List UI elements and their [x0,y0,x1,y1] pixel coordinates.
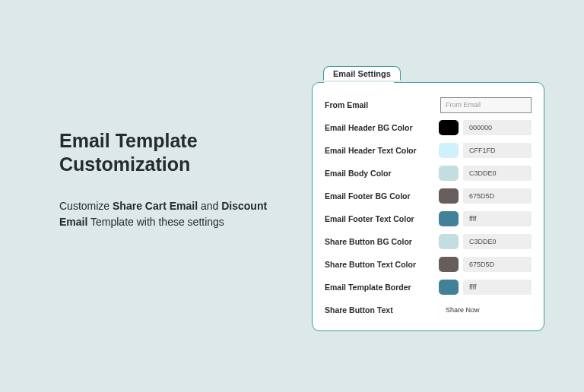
label-header-text: Email Header Text Color [325,146,439,155]
row-footer-bg: Email Footer BG Color 675D5D [325,186,532,206]
row-from-email: From Email [325,95,532,115]
value-footer-text[interactable]: ffff [463,211,532,226]
row-border: Email Template Border ffff [325,277,532,297]
row-footer-text: Email Footer Text Color ffff [325,209,532,229]
swatch-body[interactable] [439,166,459,181]
swatch-border[interactable] [439,280,459,295]
intro-block: Email Template Customization Customize S… [59,129,272,230]
label-button-text: Share Button Text [325,305,439,315]
swatch-share-bg[interactable] [439,234,459,249]
swatch-header-bg[interactable] [439,120,459,135]
title-line-2: Customization [59,153,190,175]
row-share-bg: Share Button BG Color C3DDE0 [325,232,532,251]
label-body: Email Body Color [325,169,439,178]
value-body[interactable]: C3DDE0 [463,166,532,181]
page-subtext: Customize Share Cart Email and Discount … [59,198,272,230]
label-footer-text: Email Footer Text Color [325,214,439,223]
page-title: Email Template Customization [59,129,272,177]
swatch-header-text[interactable] [439,143,459,158]
email-settings-panel: Email Settings From Email Email Header B… [312,82,544,331]
value-header-bg[interactable]: 000000 [463,120,532,135]
label-border: Email Template Border [325,283,439,292]
label-share-bg: Share Button BG Color [325,237,439,246]
from-email-input[interactable] [440,97,532,113]
value-share-text[interactable]: 675D5D [463,257,532,272]
label-header-bg: Email Header BG Color [325,123,439,132]
tab-email-settings[interactable]: Email Settings [323,66,401,81]
tab-mask [324,82,394,84]
share-button-text-input[interactable]: Share Now [439,302,532,318]
row-button-text: Share Button Text Share Now [325,300,532,320]
title-line-1: Email Template [59,130,198,151]
value-share-bg[interactable]: C3DDE0 [463,234,532,249]
row-header-bg: Email Header BG Color 000000 [325,118,532,138]
label-from-email: From Email [325,100,440,109]
value-footer-bg[interactable]: 675D5D [463,188,532,204]
label-footer-bg: Email Footer BG Color [325,191,439,201]
value-header-text[interactable]: CFF1FD [463,143,532,158]
row-body: Email Body Color C3DDE0 [325,163,532,183]
label-share-text: Share Button Text Color [325,260,439,269]
row-share-text: Share Button Text Color 675D5D [325,254,532,274]
swatch-footer-bg[interactable] [439,188,459,204]
swatch-footer-text[interactable] [439,211,459,226]
value-border[interactable]: ffff [463,280,532,295]
row-header-text: Email Header Text Color CFF1FD [325,141,532,160]
swatch-share-text[interactable] [439,257,459,272]
